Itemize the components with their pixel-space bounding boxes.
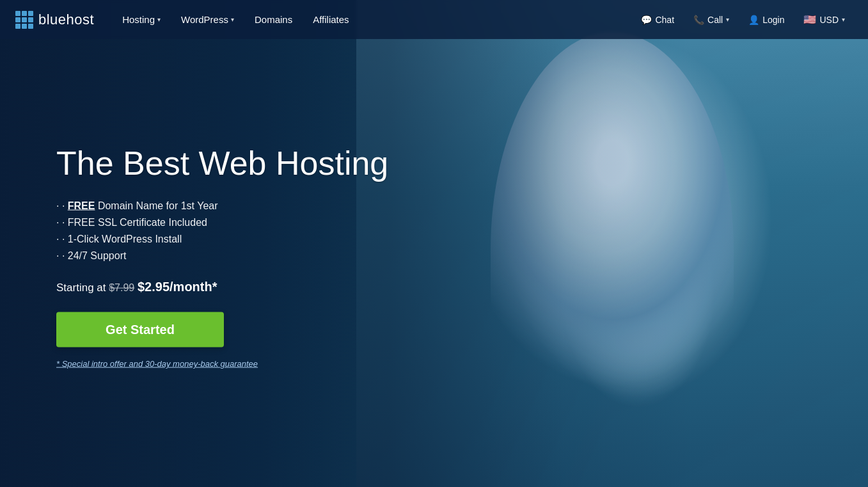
brand-logo[interactable]: bluehost bbox=[15, 11, 94, 29]
chat-label: Chat bbox=[655, 15, 674, 25]
nav-links: Hosting ▾ WordPress ▾ Domains Affiliates bbox=[113, 9, 633, 30]
feature-domain: · FREE Domain Name for 1st Year bbox=[56, 200, 388, 212]
nav-affiliates[interactable]: Affiliates bbox=[304, 9, 358, 30]
currency-button[interactable]: 🇺🇸 USD ▾ bbox=[796, 10, 853, 29]
feature-support: · 24/7 Support bbox=[56, 250, 388, 262]
nav-affiliates-label: Affiliates bbox=[313, 14, 349, 25]
user-icon: 👤 bbox=[748, 15, 759, 25]
login-label: Login bbox=[762, 15, 784, 25]
nav-domains[interactable]: Domains bbox=[246, 9, 301, 30]
login-button[interactable]: 👤 Login bbox=[741, 11, 792, 29]
hero-pricing: Starting at $7.99 $2.95/month* bbox=[56, 280, 388, 294]
logo-grid-icon bbox=[15, 11, 33, 29]
free-domain-highlight: FREE bbox=[68, 200, 95, 211]
feature-ssl: · FREE SSL Certificate Included bbox=[56, 217, 388, 228]
navigation: bluehost Hosting ▾ WordPress ▾ Domains A… bbox=[0, 0, 868, 39]
feature-wordpress: · 1-Click WordPress Install bbox=[56, 234, 388, 245]
current-price: $2.95/month* bbox=[138, 280, 217, 294]
get-started-button[interactable]: Get Started bbox=[56, 312, 224, 347]
nav-right: 💬 Chat 📞 Call ▾ 👤 Login 🇺🇸 USD ▾ bbox=[633, 10, 853, 29]
chat-icon: 💬 bbox=[641, 15, 652, 25]
hero-features: · FREE Domain Name for 1st Year · FREE S… bbox=[56, 200, 388, 262]
hero-title: The Best Web Hosting bbox=[56, 144, 388, 182]
pricing-prefix: Starting at bbox=[56, 282, 109, 294]
flag-icon: 🇺🇸 bbox=[803, 13, 816, 26]
brand-name: bluehost bbox=[38, 12, 94, 28]
currency-label: USD bbox=[819, 15, 839, 25]
chevron-down-icon: ▾ bbox=[157, 16, 161, 23]
chevron-down-icon: ▾ bbox=[726, 16, 729, 23]
nav-domains-label: Domains bbox=[255, 14, 292, 25]
hero-disclaimer[interactable]: * Special intro offer and 30-day money-b… bbox=[56, 359, 388, 369]
hero-content: The Best Web Hosting · FREE Domain Name … bbox=[56, 144, 388, 369]
call-label: Call bbox=[707, 15, 723, 25]
hero-section: bluehost Hosting ▾ WordPress ▾ Domains A… bbox=[0, 0, 868, 487]
nav-hosting[interactable]: Hosting ▾ bbox=[113, 9, 170, 30]
original-price: $7.99 bbox=[109, 282, 134, 293]
chat-button[interactable]: 💬 Chat bbox=[633, 11, 682, 29]
nav-wordpress[interactable]: WordPress ▾ bbox=[172, 9, 243, 30]
chevron-down-icon: ▾ bbox=[842, 16, 845, 23]
nav-wordpress-label: WordPress bbox=[181, 14, 228, 25]
phone-icon: 📞 bbox=[693, 15, 704, 25]
chevron-down-icon: ▾ bbox=[231, 16, 234, 23]
call-button[interactable]: 📞 Call ▾ bbox=[686, 11, 737, 29]
nav-hosting-label: Hosting bbox=[122, 14, 155, 25]
